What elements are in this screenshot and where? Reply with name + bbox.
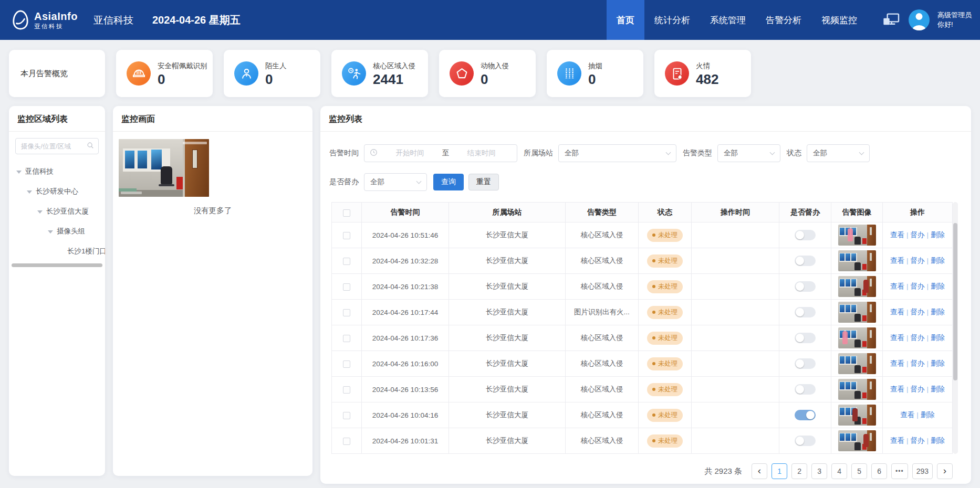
alarm-image-thumbnail[interactable] [838,379,876,400]
avatar[interactable] [909,9,930,30]
alarm-type-select[interactable]: 全部 [717,144,780,162]
camera-search-input[interactable] [20,142,85,151]
supervise-toggle[interactable] [795,230,816,240]
tree-item-changsha-rd-center[interactable]: 长沙研发中心 [9,182,105,201]
supervise-link[interactable]: 督办 [911,334,925,342]
status-badge: 未处理 [647,306,683,319]
delete-link[interactable]: 删除 [931,308,945,316]
delete-link[interactable]: 删除 [931,359,945,367]
station-label: 所属场站 [524,148,553,158]
tree-item-label: 长沙亚信大厦 [46,207,89,216]
supervise-link[interactable]: 督办 [911,359,925,367]
view-link[interactable]: 查看 [890,257,904,264]
reset-button[interactable]: 重置 [468,174,499,190]
supervise-toggle[interactable] [795,333,816,343]
supervise-toggle[interactable] [795,281,816,292]
status-select[interactable]: 全部 [807,144,870,162]
supervise-link[interactable]: 督办 [911,231,925,239]
supervise-link[interactable]: 督办 [911,282,925,290]
caret-down-icon[interactable] [16,171,22,176]
alarm-time-range-input[interactable]: 开始时间 至 结束时间 [364,144,517,162]
row-checkbox[interactable] [343,386,350,394]
supervise-toggle[interactable] [795,256,816,266]
tree-item-changsha-1f-gate[interactable]: 长沙1楼门口 [9,241,105,261]
view-link[interactable]: 查看 [890,334,904,342]
supervise-toggle[interactable] [795,358,816,369]
row-checkbox[interactable] [343,438,350,445]
supervise-link[interactable]: 督办 [911,385,925,393]
alarm-image-thumbnail[interactable] [838,405,876,426]
caret-down-icon[interactable] [48,230,53,236]
view-link[interactable]: 查看 [890,359,904,367]
page-button-6[interactable]: 6 [871,463,887,479]
view-link[interactable]: 查看 [890,385,904,393]
supervise-link[interactable]: 督办 [911,308,925,316]
nav-item-system[interactable]: 系统管理 [700,0,756,40]
row-checkbox[interactable] [343,412,350,419]
supervise-link[interactable]: 督办 [911,437,925,444]
row-checkbox[interactable] [343,232,350,239]
alarm-image-thumbnail[interactable] [838,302,876,323]
alarm-image-thumbnail[interactable] [838,353,876,374]
alarm-type-label: 告警类型 [683,148,712,158]
caret-down-icon[interactable] [27,190,32,196]
tree-item-camera-group[interactable]: 摄像头组 [9,221,105,241]
supervise-toggle[interactable] [795,436,816,446]
action-separator: | [906,231,909,239]
camera-snapshot[interactable] [119,139,209,197]
view-link[interactable]: 查看 [890,437,904,444]
station-select[interactable]: 全部 [558,144,676,162]
view-link[interactable]: 查看 [890,308,904,316]
row-checkbox[interactable] [343,283,350,291]
row-checkbox[interactable] [343,309,350,316]
tree-horizontal-scrollbar[interactable] [12,263,102,267]
alarm-image-thumbnail[interactable] [838,430,876,451]
tree-item-asiainfo[interactable]: 亚信科技 [9,162,105,182]
query-button[interactable]: 查询 [433,174,464,190]
page-button-4[interactable]: 4 [831,463,847,479]
delete-link[interactable]: 删除 [931,231,945,239]
supervise-toggle[interactable] [795,384,816,395]
alarm-image-thumbnail[interactable] [838,250,876,271]
row-checkbox[interactable] [343,335,350,342]
nav-item-home[interactable]: 首页 [607,0,644,40]
status-badge: 未处理 [647,383,683,396]
page-button-3[interactable]: 3 [811,463,827,479]
video-wall-icon[interactable] [882,12,901,28]
tree-item-changsha-tower[interactable]: 长沙亚信大厦 [9,201,105,221]
delete-link[interactable]: 删除 [931,257,945,264]
view-link[interactable]: 查看 [890,231,904,239]
nav-item-statistics[interactable]: 统计分析 [644,0,700,40]
prev-page-button[interactable]: ‹ [752,463,767,479]
action-separator: | [927,385,929,393]
page-button-2[interactable]: 2 [791,463,807,479]
supervise-select[interactable]: 全部 [364,173,427,191]
supervise-toggle[interactable] [795,307,816,317]
page-button-5[interactable]: 5 [851,463,867,479]
caret-down-icon[interactable] [37,210,43,216]
stat-label: 陌生人 [265,61,287,71]
delete-link[interactable]: 删除 [931,437,945,444]
page-button-293[interactable]: 293 [912,463,933,479]
page-button-1[interactable]: 1 [772,463,787,479]
delete-link[interactable]: 删除 [921,411,935,419]
status-dot [652,362,655,365]
row-checkbox[interactable] [343,360,350,368]
view-link[interactable]: 查看 [890,282,904,290]
supervise-toggle[interactable] [795,410,816,420]
next-page-button[interactable]: › [937,463,953,479]
delete-link[interactable]: 删除 [931,385,945,393]
supervise-link[interactable]: 督办 [911,257,925,264]
alarm-image-thumbnail[interactable] [838,225,876,246]
table-vertical-scrollbar[interactable] [953,202,958,454]
dots-page-button[interactable]: ••• [891,463,908,479]
view-link[interactable]: 查看 [900,411,914,419]
alarm-image-thumbnail[interactable] [838,327,876,348]
row-checkbox[interactable] [343,258,350,265]
nav-item-alarm-analysis[interactable]: 告警分析 [756,0,811,40]
delete-link[interactable]: 删除 [931,334,945,342]
select-all-checkbox[interactable] [343,209,350,217]
alarm-image-thumbnail[interactable] [838,276,876,297]
nav-item-video-monitor[interactable]: 视频监控 [811,0,867,40]
delete-link[interactable]: 删除 [931,282,945,290]
